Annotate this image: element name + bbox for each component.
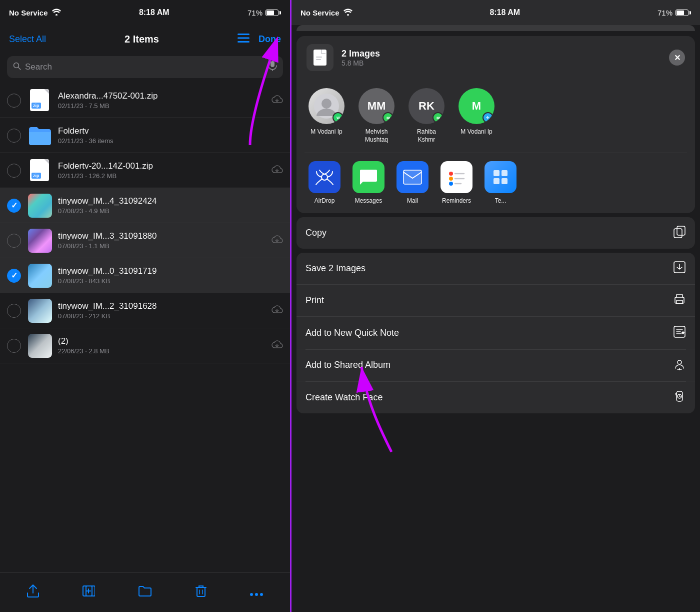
file-checkbox[interactable] — [7, 199, 21, 213]
quick-note-label: Add to New Quick Note — [306, 328, 399, 338]
mail-label: Mail — [407, 197, 418, 204]
messages-badge: ✉ — [432, 112, 444, 123]
svg-text:✉: ✉ — [436, 116, 440, 121]
file-checkbox[interactable] — [7, 94, 21, 108]
folder-button[interactable] — [134, 581, 156, 604]
file-name: tinywow_IM...0_31091719 — [58, 266, 283, 276]
list-item[interactable]: zip Foldertv-20...14Z-001.zip 02/11/23 ·… — [0, 153, 290, 188]
cloud-download-icon[interactable] — [271, 164, 283, 177]
cloud-download-icon[interactable] — [271, 339, 283, 352]
file-meta: 07/08/23 · 843 KB — [58, 277, 283, 285]
airdrop-app[interactable]: AirDrop — [306, 161, 342, 204]
contact-item[interactable]: RK ✉ RahibaKshmr — [406, 88, 446, 144]
print-action[interactable]: Print — [296, 285, 695, 317]
mail-app[interactable]: Mail — [394, 161, 430, 204]
contact-name: MehvishMushtaq — [365, 128, 388, 144]
quick-note-action[interactable]: Add to New Quick Note — [296, 317, 695, 349]
copy-action[interactable]: Copy — [296, 217, 695, 249]
list-item[interactable]: tinywow_IM...4_31092424 07/08/23 · 4.9 M… — [0, 188, 290, 223]
trash-button[interactable] — [191, 580, 211, 605]
whatsapp-badge: W — [332, 112, 344, 123]
cloud-download-icon[interactable] — [271, 304, 283, 317]
file-thumbnail — [28, 264, 52, 288]
header-right-controls: Done — [238, 34, 281, 45]
contact-avatar: MM ✉ — [358, 88, 394, 124]
telegram-badge: ✈ — [482, 112, 494, 123]
file-meta: 22/06/23 · 2.8 MB — [58, 347, 271, 355]
right-status-bar: No Service 8:18 AM 71% — [292, 0, 700, 25]
mic-icon[interactable] — [268, 61, 277, 74]
left-header: Select All 2 Items Done — [0, 25, 290, 53]
contact-item[interactable]: MM ✉ MehvishMushtaq — [356, 88, 396, 144]
messages-app[interactable]: Messages — [350, 161, 386, 204]
list-item[interactable]: zip Alexandra...4750Z-001.zip 02/11/23 ·… — [0, 83, 290, 118]
file-checkbox[interactable] — [7, 269, 21, 283]
cloud-download-icon[interactable] — [271, 234, 283, 247]
done-button[interactable]: Done — [258, 34, 281, 45]
file-name: Foldertv — [58, 126, 283, 136]
file-info: tinywow_IM...3_31091880 07/08/23 · 1.1 M… — [58, 231, 271, 250]
file-checkbox[interactable] — [7, 304, 21, 318]
file-meta: 07/08/23 · 4.9 MB — [58, 207, 283, 215]
svg-rect-21 — [316, 57, 322, 58]
file-checkbox[interactable] — [7, 164, 21, 178]
watch-face-action[interactable]: Create Watch Face — [296, 382, 695, 413]
list-item[interactable]: tinywow_IM...2_31091628 07/08/23 · 212 K… — [0, 293, 290, 328]
file-meta: 02/11/23 · 7.5 MB — [58, 102, 271, 110]
more-button[interactable] — [246, 581, 268, 603]
actions-section: Copy Save 2 Images — [296, 217, 695, 417]
file-checkbox[interactable] — [7, 339, 21, 353]
more-label: Te... — [495, 197, 506, 204]
no-service-label-right: No Service — [300, 9, 340, 17]
svg-point-51 — [678, 360, 682, 364]
reminders-app[interactable]: Reminders — [438, 161, 474, 204]
more-app[interactable]: Te... — [482, 161, 518, 204]
airdrop-label: AirDrop — [314, 197, 335, 204]
select-all-button[interactable]: Select All — [9, 34, 46, 45]
file-checkbox[interactable] — [7, 234, 21, 248]
shared-album-action[interactable]: Add to Shared Album — [296, 349, 695, 381]
left-status-bar: No Service 8:18 AM 71% — [0, 0, 290, 25]
more-icon — [484, 161, 516, 193]
right-status-right: 71% — [658, 9, 691, 17]
list-item[interactable]: (2) 22/06/23 · 2.8 MB — [0, 328, 290, 363]
file-thumbnail — [28, 334, 52, 358]
shared-album-icon — [673, 357, 686, 373]
svg-point-33 — [322, 174, 328, 180]
file-checkbox[interactable] — [7, 129, 21, 143]
svg-rect-42 — [502, 170, 508, 176]
svg-rect-6 — [270, 61, 274, 67]
print-label: Print — [306, 295, 324, 306]
reminders-icon — [440, 161, 472, 193]
add-button[interactable] — [78, 580, 99, 605]
close-button[interactable]: ✕ — [669, 50, 685, 66]
contact-item[interactable]: M ✈ M Vodani Ip — [456, 88, 496, 144]
save-images-action[interactable]: Save 2 Images — [296, 253, 695, 285]
right-battery-percent: 71% — [658, 9, 672, 17]
watch-face-icon — [673, 390, 686, 405]
list-item[interactable]: tinywow_IM...0_31091719 07/08/23 · 843 K… — [0, 258, 290, 293]
file-meta: 02/11/23 · 126.2 MB — [58, 172, 271, 180]
share-sheet: 2 Images 5.8 MB ✕ W — [296, 36, 695, 213]
share-subtitle: 5.8 MB — [342, 59, 661, 67]
no-service-label: No Service — [9, 9, 48, 17]
list-item[interactable]: Foldertv 02/11/23 · 36 items — [0, 118, 290, 153]
share-button[interactable] — [22, 580, 44, 605]
contact-name: M Vodani Ip — [310, 128, 342, 136]
cloud-download-icon[interactable] — [271, 94, 283, 107]
svg-rect-13 — [197, 587, 205, 596]
search-bar[interactable]: Search — [7, 56, 283, 78]
share-file-icon — [306, 44, 334, 71]
list-view-icon[interactable] — [238, 34, 250, 45]
contact-item[interactable]: W M Vodani Ip — [306, 88, 346, 144]
file-name: tinywow_IM...2_31091628 — [58, 301, 271, 311]
file-meta: 02/11/23 · 36 items — [58, 137, 283, 145]
svg-point-37 — [449, 182, 453, 186]
svg-point-18 — [260, 593, 263, 596]
copy-icon — [673, 225, 686, 241]
search-input[interactable]: Search — [25, 62, 264, 72]
list-item[interactable]: tinywow_IM...3_31091880 07/08/23 · 1.1 M… — [0, 223, 290, 258]
svg-rect-22 — [316, 59, 321, 60]
svg-line-5 — [18, 68, 21, 70]
messages-icon — [352, 161, 384, 193]
